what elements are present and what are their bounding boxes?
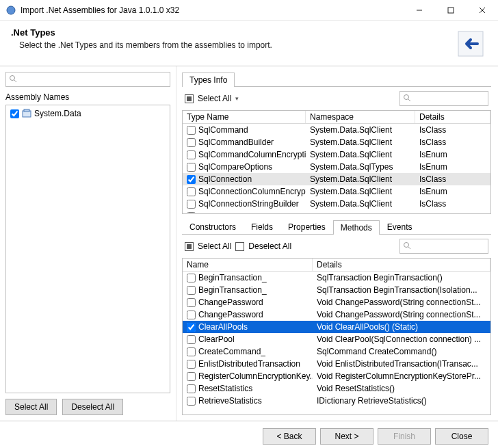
members-toolbar: Select All Deselect All (182, 235, 491, 258)
tab-events[interactable]: Events (380, 220, 420, 234)
member-checkbox[interactable] (187, 372, 196, 381)
type-checkbox[interactable] (187, 163, 196, 172)
type-row[interactable]: SqlCommandColumnEncryptio...System.Data.… (183, 148, 490, 161)
svg-point-12 (404, 243, 409, 248)
type-checkbox[interactable] (187, 126, 196, 135)
type-name: SqlCompareOptions (198, 162, 272, 172)
type-checkbox[interactable] (187, 212, 196, 213)
member-details: IDictionary RetrieveStatistics() (313, 395, 490, 407)
assembly-icon (22, 109, 31, 118)
type-checkbox[interactable] (187, 150, 196, 159)
member-row[interactable]: ResetStatisticsVoid ResetStatistics() (183, 382, 490, 395)
types-search[interactable] (399, 91, 488, 106)
type-name: SqlCommandBuilder (198, 137, 274, 147)
type-name: SqlConnection (198, 174, 252, 184)
member-details: Void ClearPool(SqlConnection connection)… (313, 333, 490, 345)
assembly-item[interactable]: System.Data (9, 108, 167, 119)
member-checkbox[interactable] (187, 274, 196, 282)
type-row[interactable]: SqlCompareOptionsSystem.Data.SqlTypesIsE… (183, 161, 490, 173)
member-checkbox[interactable] (187, 286, 196, 295)
svg-point-6 (10, 76, 15, 81)
import-arrow-icon (454, 27, 487, 60)
member-checkbox[interactable] (187, 384, 196, 393)
types-col-namespace[interactable]: Namespace (306, 111, 415, 123)
type-row[interactable]: SqlCommandSystem.Data.SqlClientIsClass (183, 124, 490, 136)
svg-point-0 (7, 6, 15, 14)
types-search-input[interactable] (403, 93, 485, 104)
members-select-all-toggle[interactable] (185, 242, 194, 251)
member-checkbox[interactable] (187, 323, 196, 332)
types-col-details[interactable]: Details (415, 111, 490, 123)
type-row[interactable]: SqlConnectionColumnEncrypti...System.Dat… (183, 185, 490, 198)
type-checkbox[interactable] (187, 187, 196, 196)
members-search-input[interactable] (403, 241, 485, 252)
member-checkbox[interactable] (187, 360, 196, 369)
members-col-details[interactable]: Details (313, 259, 490, 271)
assemblies-deselect-all-button[interactable]: Deselect All (62, 399, 123, 415)
member-checkbox[interactable] (187, 347, 196, 356)
member-row[interactable]: EnlistDistributedTransactionVoid EnlistD… (183, 358, 490, 370)
member-checkbox[interactable] (187, 397, 196, 406)
tab-constructors[interactable]: Constructors (182, 220, 244, 234)
type-row[interactable]: SqlConnectionStringBuilderSystem.Data.Sq… (183, 198, 490, 210)
assemblies-search-input[interactable] (9, 74, 167, 85)
close-button[interactable]: Close (435, 428, 488, 445)
back-button[interactable]: < Back (263, 428, 316, 445)
type-row[interactable]: SqlCommandBuilderSystem.Data.SqlClientIs… (183, 136, 490, 148)
tab-types-info[interactable]: Types Info (182, 73, 235, 87)
member-row[interactable]: RegisterColumnEncryptionKey...Void Regis… (183, 370, 490, 382)
tab-properties[interactable]: Properties (280, 220, 333, 234)
member-checkbox[interactable] (187, 298, 196, 307)
type-checkbox[interactable] (187, 138, 196, 147)
member-details: Void ClearAllPools() (Static) (313, 321, 490, 333)
members-select-all-label: Select All (198, 241, 231, 251)
assembly-checkbox[interactable] (10, 109, 19, 118)
member-row[interactable]: ClearAllPoolsVoid ClearAllPools() (Stati… (183, 321, 490, 333)
type-row[interactable]: SqlContextMicrosoft.SqlServer.ServerIsCl… (183, 210, 490, 213)
member-details: Void ResetStatistics() (313, 382, 490, 395)
member-details: SqlTransaction BeginTransaction(Isolatio… (313, 284, 490, 296)
dropdown-caret-icon[interactable]: ▾ (235, 95, 239, 102)
members-grid-body[interactable]: BeginTransaction_SqlTransaction BeginTra… (183, 272, 490, 414)
types-grid-body[interactable]: SqlCommandSystem.Data.SqlClientIsClassSq… (183, 124, 490, 213)
types-panel: Types Info Select All ▾ Type Name Namesp… (176, 66, 498, 421)
type-details: IsClass (415, 173, 490, 185)
type-namespace: System.Data.SqlClient (306, 173, 415, 185)
member-row[interactable]: RetrieveStatisticsIDictionary RetrieveSt… (183, 395, 490, 407)
member-name: ResetStatistics (198, 384, 252, 393)
type-namespace: Microsoft.SqlServer.Server (306, 210, 415, 213)
assemblies-search[interactable] (5, 72, 170, 87)
page-subtitle: Select the .Net Types and its members fr… (19, 40, 454, 50)
member-checkbox[interactable] (187, 335, 196, 344)
assemblies-tree[interactable]: System.Data (5, 105, 170, 393)
member-checkbox[interactable] (187, 311, 196, 319)
types-col-name[interactable]: Type Name (183, 111, 306, 123)
type-details: IsClass (415, 210, 490, 213)
member-row[interactable]: ChangePasswordVoid ChangePassword(String… (183, 296, 490, 308)
members-col-name[interactable]: Name (183, 259, 313, 271)
tab-methods[interactable]: Methods (333, 220, 380, 235)
member-row[interactable]: ClearPoolVoid ClearPool(SqlConnection co… (183, 333, 490, 345)
close-window-button[interactable] (467, 0, 498, 21)
maximize-button[interactable] (435, 0, 467, 21)
assemblies-select-all-button[interactable]: Select All (5, 399, 57, 415)
type-details: IsClass (415, 136, 490, 148)
member-details: Void EnlistDistributedTransaction(ITrans… (313, 358, 490, 370)
minimize-button[interactable] (404, 0, 435, 21)
type-checkbox[interactable] (187, 175, 196, 184)
members-deselect-all-toggle[interactable] (235, 242, 244, 251)
member-row[interactable]: BeginTransaction_SqlTransaction BeginTra… (183, 284, 490, 296)
member-row[interactable]: CreateCommand_SqlCommand CreateCommand() (183, 345, 490, 358)
tab-fields[interactable]: Fields (244, 220, 280, 234)
type-checkbox[interactable] (187, 200, 196, 209)
type-row[interactable]: SqlConnectionSystem.Data.SqlClientIsClas… (183, 173, 490, 185)
members-grid: Name Details BeginTransaction_SqlTransac… (182, 258, 491, 415)
member-name: BeginTransaction_ (198, 285, 267, 295)
members-search[interactable] (399, 239, 488, 254)
member-row[interactable]: BeginTransaction_SqlTransaction BeginTra… (183, 272, 490, 284)
next-button[interactable]: Next > (320, 428, 374, 445)
member-row[interactable]: ChangePasswordVoid ChangePassword(String… (183, 308, 490, 321)
types-select-all-toggle[interactable] (185, 94, 194, 103)
type-namespace: System.Data.SqlTypes (306, 161, 415, 173)
type-details: IsClass (415, 124, 490, 136)
